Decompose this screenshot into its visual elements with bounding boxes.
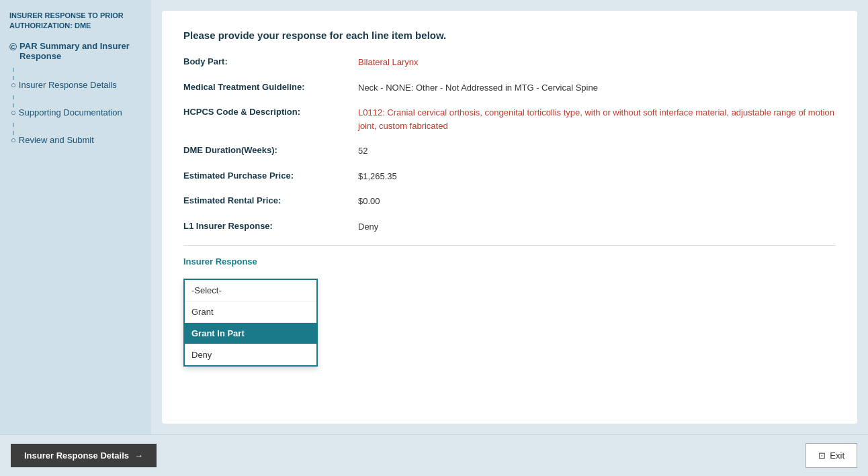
sidebar-divider-1 (13, 68, 142, 80)
insurer-response-details-label: Insurer Response Details (24, 450, 129, 461)
body-part-label: Body Part: (183, 56, 358, 66)
sidebar-item-insurer-label: Insurer Response Details (19, 80, 117, 90)
hcpcs-label: HCPCS Code & Description: (183, 106, 358, 117)
dropdown-option-deny[interactable]: Deny (185, 344, 316, 365)
review-submit-bullet: ○ (11, 135, 16, 145)
main-content: Please provide your response for each li… (151, 0, 868, 434)
field-row-hcpcs: HCPCS Code & Description: L0112: Cranial… (183, 106, 836, 132)
insurer-response-details-button[interactable]: Insurer Response Details → (11, 444, 157, 467)
field-row-mtg: Medical Treatment Guideline: Neck - NONE… (183, 81, 836, 95)
supporting-docs-bullet: ○ (11, 107, 16, 117)
footer: Insurer Response Details → ⊡ Exit (0, 434, 868, 476)
hcpcs-value: L0112: Cranial cervical orthosis, congen… (358, 106, 836, 132)
field-row-purchase-price: Estimated Purchase Price: $1,265.35 (183, 170, 836, 183)
dropdown-option-grant[interactable]: Grant (185, 301, 316, 323)
sidebar-divider-3 (13, 123, 142, 135)
exit-button[interactable]: ⊡ Exit (806, 443, 857, 468)
dropdown-option-grant-in-part[interactable]: Grant In Part (185, 323, 316, 344)
sidebar-section-review: ○ Review and Submit (9, 135, 142, 148)
insurer-response-label: Insurer Response (183, 256, 836, 267)
field-row-rental-price: Estimated Rental Price: $0.00 (183, 195, 836, 208)
dme-duration-value: 52 (358, 144, 836, 158)
field-row-dme-duration: DME Duration(Weeks): 52 (183, 144, 836, 158)
sidebar-section-par: © PAR Summary and Insurer Response (9, 41, 142, 65)
dropdown-option-select[interactable]: -Select- (185, 280, 316, 301)
mtg-value: Neck - NONE: Other - Not Addressed in MT… (358, 81, 836, 95)
sidebar-section-supporting: ○ Supporting Documentation (9, 107, 142, 120)
sidebar-item-supporting-docs[interactable]: ○ Supporting Documentation (9, 107, 142, 117)
insurer-details-bullet: ○ (11, 80, 16, 90)
arrow-right-icon: → (134, 450, 143, 461)
mtg-label: Medical Treatment Guideline: (183, 81, 358, 92)
sidebar-item-supporting-label: Supporting Documentation (19, 107, 122, 117)
par-summary-bullet: © (9, 41, 17, 52)
divider-line (183, 245, 836, 246)
body-part-value: Bilateral Larynx (358, 56, 836, 69)
l1-insurer-value: Deny (358, 220, 836, 234)
exit-icon: ⊡ (818, 450, 826, 461)
sidebar-item-insurer-details[interactable]: ○ Insurer Response Details (9, 80, 142, 90)
card-title: Please provide your response for each li… (183, 30, 836, 41)
sidebar-item-review-label: Review and Submit (19, 135, 94, 145)
main-card: Please provide your response for each li… (162, 11, 857, 424)
rental-price-label: Estimated Rental Price: (183, 195, 358, 205)
sidebar-title: INSURER RESPONSE TO PRIOR AUTHORIZATION:… (9, 11, 142, 32)
purchase-price-label: Estimated Purchase Price: (183, 170, 358, 181)
rental-price-value: $0.00 (358, 195, 836, 208)
field-row-body-part: Body Part: Bilateral Larynx (183, 56, 836, 69)
dme-duration-label: DME Duration(Weeks): (183, 144, 358, 155)
sidebar-item-par-summary[interactable]: © PAR Summary and Insurer Response (9, 41, 142, 61)
sidebar-item-par-label: PAR Summary and Insurer Response (19, 41, 142, 61)
sidebar-item-review-submit[interactable]: ○ Review and Submit (9, 135, 142, 145)
field-row-l1-insurer: L1 Insurer Response: Deny (183, 220, 836, 234)
sidebar: INSURER RESPONSE TO PRIOR AUTHORIZATION:… (0, 0, 151, 434)
sidebar-section-insurer: ○ Insurer Response Details (9, 80, 142, 93)
exit-label: Exit (830, 450, 844, 461)
l1-insurer-label: L1 Insurer Response: (183, 220, 358, 231)
purchase-price-value: $1,265.35 (358, 170, 836, 183)
response-dropdown-open[interactable]: -Select- Grant Grant In Part Deny (183, 279, 318, 367)
sidebar-divider-2 (13, 95, 142, 107)
insurer-response-section: Insurer Response -Select- Grant Grant In… (183, 256, 836, 281)
